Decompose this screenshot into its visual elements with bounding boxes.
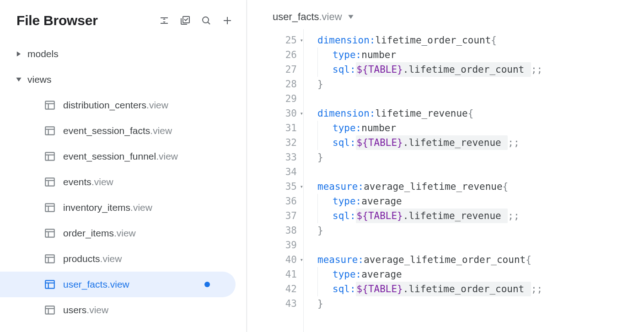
file-item-distribution-centers[interactable]: distribution_centers.view <box>0 92 236 118</box>
view-file-icon <box>44 150 56 162</box>
code-line <box>317 165 542 179</box>
file-item-event-session-funnel[interactable]: event_session_funnel.view <box>0 144 236 169</box>
bulk-select-icon[interactable] <box>179 14 192 27</box>
search-icon[interactable] <box>200 14 213 27</box>
gutter-line: 41 <box>265 267 303 282</box>
code-line: type: number <box>317 48 542 62</box>
view-file-icon <box>44 125 56 137</box>
svg-rect-24 <box>45 229 54 237</box>
caret-down-icon <box>348 11 354 23</box>
fold-marker-icon[interactable]: ▾ <box>300 33 303 48</box>
code-editor[interactable]: 25▾2627282930▾3132333435▾3637383940▾4142… <box>265 29 644 332</box>
gutter-line: 29 <box>265 91 303 106</box>
file-list: distribution_centers.view event_session_… <box>0 92 247 323</box>
svg-rect-12 <box>45 127 54 134</box>
view-file-icon <box>44 278 56 290</box>
file-name: users.view <box>63 305 108 316</box>
code-line: } <box>317 150 542 165</box>
code-line: type: number <box>317 121 542 135</box>
sidebar-actions <box>158 14 234 27</box>
code-line: type: average <box>317 267 542 282</box>
tab-user-facts[interactable]: user_facts.view <box>273 11 354 23</box>
fold-marker-icon[interactable]: ▾ <box>300 252 303 267</box>
unsaved-dot-icon <box>204 282 210 287</box>
svg-rect-18 <box>45 178 54 186</box>
code-line: sql: ${TABLE}.lifetime_order_count ;; <box>317 62 542 77</box>
gutter-line: 40▾ <box>265 252 303 267</box>
folder-models[interactable]: models <box>0 41 247 67</box>
gutter-line: 27 <box>265 62 303 77</box>
file-name: order_items.view <box>63 228 136 239</box>
file-tree: models views distribution_centers.view e… <box>0 39 247 325</box>
file-name: events.view <box>63 177 113 187</box>
gutter-line: 26 <box>265 48 303 62</box>
file-item-user-facts[interactable]: user_facts.view <box>0 272 236 297</box>
code-line <box>317 91 542 106</box>
line-gutter: 25▾2627282930▾3132333435▾3637383940▾4142… <box>265 29 304 332</box>
gutter-line: 34 <box>265 165 303 179</box>
file-name: inventory_items.view <box>63 202 152 213</box>
gutter-line: 35▾ <box>265 179 303 194</box>
gutter-line: 31 <box>265 121 303 135</box>
svg-rect-9 <box>45 101 54 109</box>
file-name: products.view <box>63 253 122 264</box>
code-line: } <box>317 296 542 311</box>
code-line: } <box>317 77 542 91</box>
sidebar-title: File Browser <box>16 13 98 28</box>
code-line: type: average <box>317 194 542 209</box>
file-name: distribution_centers.view <box>63 100 168 111</box>
chevron-down-icon <box>14 76 24 83</box>
view-file-icon <box>44 202 56 214</box>
editor-pane: user_facts.view 25▾2627282930▾3132333435… <box>247 0 644 332</box>
gutter-line: 36 <box>265 194 303 209</box>
folder-views[interactable]: views <box>0 67 247 92</box>
tab-filename: user_facts.view <box>273 11 342 23</box>
file-name: user_facts.view <box>63 279 129 290</box>
gutter-line: 42 <box>265 282 303 296</box>
code-line: sql: ${TABLE}.lifetime_order_count ;; <box>317 282 542 296</box>
svg-rect-33 <box>45 306 54 314</box>
svg-rect-15 <box>45 152 54 160</box>
gutter-line: 28 <box>265 77 303 91</box>
svg-rect-30 <box>45 280 54 288</box>
sidebar-header: File Browser <box>0 9 247 39</box>
view-file-icon <box>44 99 56 111</box>
code-line: dimension: lifetime_order_count { <box>317 33 542 48</box>
fold-marker-icon[interactable]: ▾ <box>300 179 303 194</box>
file-item-order-items[interactable]: order_items.view <box>0 220 236 246</box>
code-line: dimension: lifetime_revenue { <box>317 106 542 121</box>
fold-marker-icon[interactable]: ▾ <box>300 106 303 121</box>
code-line: measure: average_lifetime_revenue { <box>317 179 542 194</box>
svg-point-3 <box>203 17 209 23</box>
gutter-line: 37 <box>265 209 303 223</box>
file-name: event_session_facts.view <box>63 125 172 136</box>
gutter-line: 25▾ <box>265 33 303 48</box>
add-icon[interactable] <box>221 14 234 27</box>
svg-marker-8 <box>16 78 21 81</box>
file-item-products[interactable]: products.view <box>0 246 236 272</box>
file-item-event-session-facts[interactable]: event_session_facts.view <box>0 118 236 144</box>
tab-bar: user_facts.view <box>265 11 644 29</box>
chevron-right-icon <box>14 51 24 57</box>
view-file-icon <box>44 176 56 188</box>
code-line: sql: ${TABLE}.lifetime_revenue ;; <box>317 135 542 150</box>
file-item-events[interactable]: events.view <box>0 169 236 195</box>
folder-label: models <box>27 48 59 59</box>
gutter-line: 30▾ <box>265 106 303 121</box>
code-line: } <box>317 223 542 238</box>
view-file-icon <box>44 253 56 265</box>
view-file-icon <box>44 304 56 316</box>
file-browser-sidebar: File Browser <box>0 0 247 332</box>
view-file-icon <box>44 227 56 239</box>
code-line: measure: average_lifetime_order_count { <box>317 252 542 267</box>
gutter-line: 43 <box>265 296 303 311</box>
file-item-inventory-items[interactable]: inventory_items.view <box>0 195 236 220</box>
collapse-panels-icon[interactable] <box>158 14 171 27</box>
gutter-line: 32 <box>265 135 303 150</box>
gutter-line: 38 <box>265 223 303 238</box>
svg-marker-7 <box>17 51 21 56</box>
svg-marker-36 <box>348 15 353 19</box>
code-line <box>317 238 542 252</box>
file-item-users[interactable]: users.view <box>0 297 236 323</box>
svg-rect-27 <box>45 255 54 262</box>
